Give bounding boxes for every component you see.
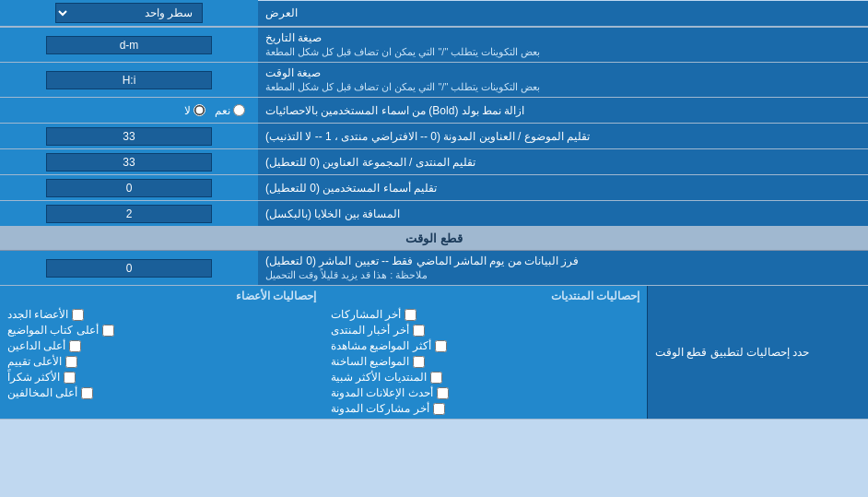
col1-check-3[interactable] [413,356,425,368]
checkboxes-section: حدد إحصاليات لتطبيق قطع الوقت إحصاليات ا… [0,286,868,420]
spacing-row: المسافة بين الخلايا (بالبكسل) [0,201,868,227]
topics-row: تقليم الموضوع / العناوين المدونة (0 -- ا… [0,124,868,149]
time-format-row: صيغة الوقت بعض التكوينات يتطلب "/" التي … [0,63,868,98]
topics-input[interactable] [46,127,212,146]
realtime-input-container [0,251,258,285]
col1-header: إحصاليات المنتديات [331,290,639,302]
time-format-input[interactable] [46,71,212,89]
realtime-section-header: قطع الوقت [0,227,868,251]
col2-check-1[interactable] [102,325,114,337]
col2-check-5[interactable] [81,387,93,399]
users-input[interactable] [46,179,212,197]
display-dropdown[interactable]: سطر واحدسطرانثلاثة أسطر [55,3,203,23]
col1-check-4[interactable] [430,372,442,384]
col2-check-4[interactable] [64,372,76,384]
realtime-row: فرز البيانات من يوم الماشر الماضي فقط --… [0,251,868,286]
realtime-input[interactable] [46,259,212,278]
bold-radio-container: نعم لا [0,98,258,123]
forum-label: تقليم المنتدى / المجموعة العناوين (0 للت… [258,149,868,174]
bold-yes-label: نعم [215,104,245,117]
bold-row: ازالة نمط بولد (Bold) من اسماء المستخدمي… [0,98,868,124]
col2-header: إحصاليات الأعضاء [7,290,316,302]
topics-label: تقليم الموضوع / العناوين المدونة (0 -- ا… [258,124,868,148]
top-row: العرض سطر واحدسطرانثلاثة أسطر [0,0,868,28]
list-item: أخر المشاركات [331,308,639,321]
spacing-label: المسافة بين الخلايا (بالبكسل) [258,201,868,226]
date-format-label: صيغة التاريخ بعض التكوينات يتطلب "/" الت… [258,28,868,62]
time-format-input-container [0,63,258,97]
list-item: المنتديات الأكثر شبية [331,371,639,384]
users-label: تقليم أسماء المستخدمين (0 للتعطيل) [258,175,868,200]
forum-input-container [0,149,258,174]
apply-label: حدد إحصاليات لتطبيق قطع الوقت [647,286,868,419]
list-item: أحدث الإعلانات المدونة [331,386,639,399]
list-item: أعلى المخالفين [7,386,316,399]
list-item: أكثر المواضيع مشاهدة [331,339,639,352]
topics-input-container [0,124,258,148]
col2-check-3[interactable] [65,356,77,368]
list-item: أعلى كتاب المواضيع [7,324,316,337]
list-item: أخر مشاركات المدونة [331,402,639,415]
bold-no-radio[interactable] [194,104,205,116]
bold-label: ازالة نمط بولد (Bold) من اسماء المستخدمي… [258,98,868,123]
list-item: الأكثر شكراً [7,371,316,384]
forum-input[interactable] [46,153,212,172]
col2-check-2[interactable] [69,340,81,352]
col1-check-5[interactable] [437,387,449,399]
col1-check-1[interactable] [413,325,425,337]
list-item: أعلى الداعين [7,339,316,352]
spacing-input[interactable] [46,205,212,223]
time-format-label: صيغة الوقت بعض التكوينات يتطلب "/" التي … [258,63,868,97]
list-item: الأعضاء الجدد [7,308,316,321]
date-format-input[interactable] [46,36,212,54]
users-input-container [0,175,258,200]
dropdown-container: سطر واحدسطرانثلاثة أسطر [0,0,258,27]
col1-check-6[interactable] [433,403,445,415]
col2-check-0[interactable] [72,309,84,321]
main-container: العرض سطر واحدسطرانثلاثة أسطر صيغة التار… [0,0,868,420]
realtime-label: فرز البيانات من يوم الماشر الماضي فقط --… [258,251,868,285]
bold-no-label: لا [184,104,205,117]
col1-check-0[interactable] [405,309,416,321]
date-format-row: صيغة التاريخ بعض التكوينات يتطلب "/" الت… [0,28,868,63]
list-item: المواضيع الساخنة [331,355,639,368]
date-format-input-container [0,28,258,62]
spacing-input-container [0,201,258,226]
list-item: أخر أخبار المنتدى [331,324,639,337]
users-row: تقليم أسماء المستخدمين (0 للتعطيل) [0,175,868,201]
col2-checkboxes: إحصاليات الأعضاء الأعضاء الجدد أعلى كتاب… [7,290,316,415]
list-item: الأعلى تقييم [7,355,316,368]
forum-row: تقليم المنتدى / المجموعة العناوين (0 للت… [0,149,868,175]
checkboxes-columns: إحصاليات المنتديات أخر المشاركات أخر أخب… [0,286,647,419]
bold-radio-group: نعم لا [6,102,252,119]
title-label: العرض [258,1,868,27]
col1-checkboxes: إحصاليات المنتديات أخر المشاركات أخر أخب… [331,290,639,415]
col1-check-2[interactable] [435,340,447,352]
bold-yes-radio[interactable] [233,104,245,116]
